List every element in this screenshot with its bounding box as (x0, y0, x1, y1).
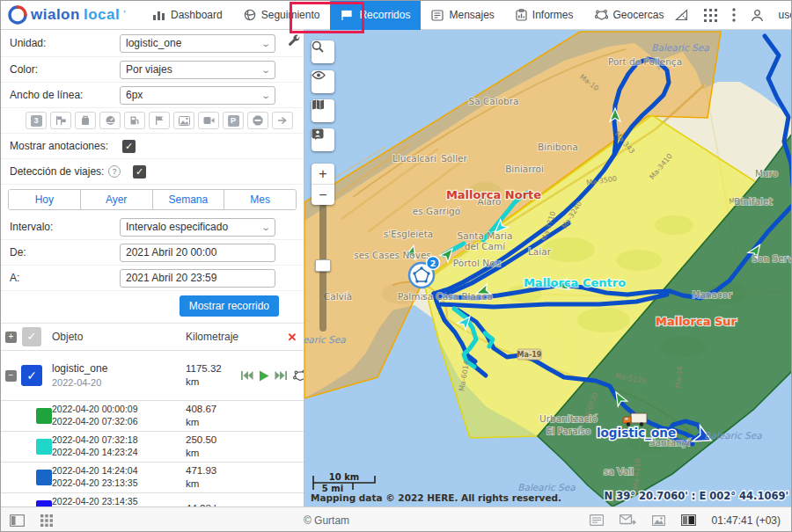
trip-row-2[interactable]: 2022-04-20 07:32:182022-04-20 14:23:24 2… (1, 432, 304, 463)
badge-p: P (228, 115, 239, 127)
svg-text:Palma: Palma (398, 291, 426, 302)
messages-icon (431, 10, 444, 21)
send-message-icon[interactable] (620, 514, 636, 526)
unit-checkbox[interactable]: ✓ (21, 365, 42, 386)
map-svg: Ma-19 Ma-10Ma-3500Ma-3710Ma-3240Ma-343Ma… (304, 30, 792, 506)
period-semana-button[interactable]: Semana (153, 190, 225, 209)
line-width-select[interactable]: 6px⌄ (120, 86, 275, 105)
unit-name-cell: logistic_one 2022-04-20 (52, 361, 186, 390)
collapse-row-button[interactable]: − (5, 370, 17, 382)
wialon-logo-icon (8, 5, 27, 25)
help-question-icon[interactable]: ? (108, 165, 121, 178)
track-unit-row[interactable]: − ✓ logistic_one 2022-04-20 1175.32km ✕ (1, 351, 304, 401)
tab-seguimiento[interactable]: Seguimiento (233, 1, 331, 30)
chevron-down-icon: ⌄ (260, 91, 271, 100)
track-marker-toggles: 3 P (1, 108, 304, 134)
marker-videos-button[interactable] (198, 112, 219, 129)
color-label: Color: (10, 63, 120, 76)
brand-tick: ʼ (123, 9, 126, 21)
notes-icon[interactable] (590, 514, 604, 526)
wialon-logo[interactable]: wialonlocalʼ (1, 5, 142, 25)
line-width-field-row: Ancho de línea: 6px⌄ (1, 83, 304, 108)
interval-field-row: Intervalo: Intervalo especificado⌄ (1, 215, 304, 240)
map-drivers-button[interactable] (312, 128, 334, 151)
svg-text:El Paraíso: El Paraíso (546, 426, 591, 436)
collapse-panel-icon[interactable] (10, 514, 25, 527)
marker-arrows-button[interactable] (272, 112, 293, 129)
svg-text:10 km: 10 km (329, 472, 359, 482)
quick-period-buttons: Hoy Ayer Semana Mes (8, 189, 297, 210)
period-ayer-button[interactable]: Ayer (81, 190, 153, 209)
trip-km: 408.67km (186, 403, 240, 429)
marker-events-flags-button[interactable] (50, 112, 71, 129)
expand-all-button[interactable]: + (5, 332, 17, 343)
svg-text:Santa Maria: Santa Maria (458, 230, 513, 241)
map-scale-bar: 10 km 5 mi (313, 472, 375, 493)
media-image-icon[interactable] (652, 515, 665, 526)
unit-select-value: logistic_one (126, 37, 181, 49)
color-select[interactable]: Por viajes⌄ (120, 61, 275, 79)
annotations-checkbox[interactable]: ✓ (122, 140, 136, 153)
kebab-menu-icon[interactable] (732, 8, 736, 22)
measure-ruler-icon[interactable] (675, 9, 689, 21)
svg-text:5 mi: 5 mi (322, 484, 343, 493)
marker-parkings-button[interactable]: P (223, 112, 244, 129)
period-mes-button[interactable]: Mes (224, 190, 296, 209)
skip-to-end-icon[interactable] (275, 370, 288, 381)
trip-row-4[interactable]: 2022-04-20 23:14:352022-04-20 23:59:54 4… (1, 493, 304, 506)
zoom-slider-thumb[interactable] (315, 259, 331, 272)
track-geofence-icon[interactable] (293, 369, 304, 382)
user-icon[interactable] (751, 9, 764, 22)
marker-fillings-button[interactable] (75, 112, 96, 129)
tab-geocercas[interactable]: Geocercas (584, 1, 675, 30)
period-hoy-button[interactable]: Hoy (9, 190, 81, 209)
tab-mensajes[interactable]: Mensajes (421, 1, 504, 30)
zoom-in-button[interactable]: + (312, 164, 334, 185)
unit-settings-wrench-icon[interactable] (287, 33, 301, 50)
cursor-coordinates: N 39° 20.7060' : E 002° 44.1069' (605, 490, 788, 502)
zoom-out-button[interactable]: − (312, 185, 334, 205)
marker-badge-3-button[interactable]: 3 (26, 112, 47, 129)
map-canvas[interactable]: Ma-19 Ma-10Ma-3500Ma-3710Ma-3240Ma-343Ma… (304, 30, 792, 506)
skip-to-start-icon[interactable] (240, 370, 253, 381)
brand-wialon: wialon (31, 6, 80, 24)
show-track-button[interactable]: Mostrar recorrido (180, 295, 279, 317)
trip-times: 2022-04-20 07:32:182022-04-20 14:23:24 (52, 434, 186, 458)
marker-fuel-station-button[interactable] (124, 112, 145, 129)
map-layers-button[interactable] (312, 99, 334, 122)
tab-recorridos[interactable]: Recorridos (330, 1, 421, 30)
tab-dashboard[interactable]: Dashboard (142, 1, 233, 30)
tab-informes[interactable]: Informes (505, 1, 584, 30)
play-track-icon[interactable] (259, 370, 269, 382)
trip-row-1[interactable]: 2022-04-20 00:00:092022-04-20 07:32:06 4… (1, 401, 304, 432)
remove-all-button[interactable]: ✕ (281, 331, 304, 344)
map-visibility-eye-button[interactable] (312, 70, 334, 93)
marker-gauge-button[interactable] (99, 112, 121, 129)
bottom-apps-grid-icon[interactable] (40, 514, 53, 527)
select-all-checkbox[interactable]: ✓ (22, 327, 41, 346)
bar-chart-icon (152, 10, 165, 21)
line-width-label: Ancho de línea: (10, 89, 120, 101)
interval-label: Intervalo: (10, 221, 120, 233)
trip-detection-checkbox[interactable]: ✓ (133, 165, 146, 179)
marker-flag-button[interactable] (149, 112, 170, 129)
date-from-input[interactable]: 2021 Abril 20 00:00 (120, 244, 275, 262)
svg-text:Balearic Sea: Balearic Sea (517, 482, 576, 492)
svg-text:Sa Calobra: Sa Calobra (469, 96, 519, 106)
svg-text:Balearic Sea: Balearic Sea (304, 334, 346, 345)
user-name-label[interactable]: user (779, 9, 792, 21)
map-search-button[interactable] (312, 40, 334, 63)
unit-select[interactable]: logistic_one⌄ (120, 34, 275, 53)
layout-panes-icon[interactable] (681, 514, 696, 526)
svg-text:sa Vall: sa Vall (604, 466, 634, 477)
date-to-input[interactable]: 2021 Abril 20 23:59 (120, 269, 275, 288)
interval-select[interactable]: Intervalo especificado⌄ (120, 218, 275, 237)
copyright-label: © Gurtam (291, 514, 362, 527)
zoom-slider-track[interactable] (319, 204, 326, 332)
trip-row-3[interactable]: 2022-04-20 14:24:042022-04-20 23:13:35 4… (1, 463, 304, 493)
marker-stops-button[interactable] (247, 112, 268, 129)
marker-images-button[interactable] (173, 112, 194, 129)
svg-text:Urbanització: Urbanització (539, 413, 598, 424)
apps-grid-icon[interactable] (704, 9, 717, 22)
chevron-down-icon: ⌄ (260, 39, 271, 48)
